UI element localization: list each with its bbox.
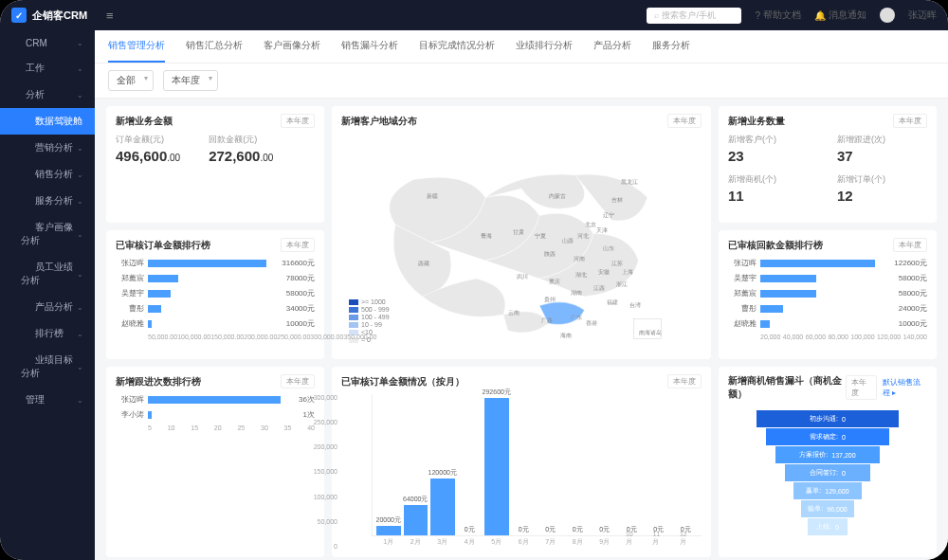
svg-text:四川: 四川 xyxy=(517,274,528,280)
chevron-icon: ⌄ xyxy=(77,330,83,338)
card-order-rank: 已审核订单金额排行榜 本年度 张迈晖316600元郑薰宸78000元吴楚宇580… xyxy=(106,230,324,359)
card-funnel: 新增商机销售漏斗（商机金额） 本年度 默认销售流程 ▸ 初步沟通:0需求确定:0… xyxy=(719,367,937,557)
svg-text:台湾: 台湾 xyxy=(629,301,641,308)
card-follow-rank: 新增跟进次数排行榜 本年度 张迈晖36次李小涛1次510152025303540 xyxy=(106,367,324,557)
headset-icon xyxy=(21,194,30,204)
sidebar-item[interactable]: 分析⌄ xyxy=(0,81,95,108)
help-link[interactable]: ?帮助文档 xyxy=(755,9,801,22)
filter-icon xyxy=(21,168,30,177)
card-payment-rank: 已审核回款金额排行榜 本年度 张迈晖122600元吴楚宇58000元郑薰宸580… xyxy=(719,230,937,359)
briefcase-icon xyxy=(11,62,21,71)
chevron-icon: ⌄ xyxy=(77,303,83,312)
sidebar-item[interactable]: 排行榜⌄ xyxy=(0,320,95,347)
avatar[interactable] xyxy=(880,8,895,23)
sidebar-item[interactable]: CRM⌄ xyxy=(0,30,95,55)
chevron-icon: ⌄ xyxy=(77,230,83,239)
sidebar-item[interactable]: 员工业绩分析⌄ xyxy=(0,254,95,294)
chevron-icon: ⌄ xyxy=(77,270,83,279)
monitor-icon xyxy=(11,393,21,403)
chevron-icon: ⌄ xyxy=(77,171,83,179)
topbar: ✓ 企销客CRM ≡ ⌕ 搜索客户/手机 ?帮助文档 🔔消息通知 张迈晖 xyxy=(0,0,948,30)
tab[interactable]: 业绩排行分析 xyxy=(516,30,573,63)
svg-text:海南: 海南 xyxy=(560,333,572,338)
tab[interactable]: 销售汇总分析 xyxy=(186,30,243,63)
help-icon: ? xyxy=(755,10,760,21)
sidebar-item[interactable]: 业绩目标分析⌄ xyxy=(0,347,95,387)
rank-icon xyxy=(21,327,30,336)
bar-icon xyxy=(21,261,30,270)
hamburger-icon[interactable]: ≡ xyxy=(106,9,114,23)
svg-text:香港: 香港 xyxy=(586,320,597,326)
tab[interactable]: 客户画像分析 xyxy=(264,30,320,63)
chevron-icon: ⌄ xyxy=(77,64,83,73)
chevron-icon: ⌄ xyxy=(77,91,83,99)
sidebar-item[interactable]: 工作⌄ xyxy=(0,55,95,81)
funnel-stage: 初步沟通:0 xyxy=(757,410,899,427)
chevron-icon: ⌄ xyxy=(77,144,83,153)
tab[interactable]: 销售管理分析 xyxy=(108,30,165,63)
card-region: 新增客户地域分布 本年度 xyxy=(332,106,711,359)
sidebar-item[interactable]: 产品分析⌄ xyxy=(0,294,95,320)
target-icon xyxy=(21,141,30,151)
svg-rect-34 xyxy=(634,319,662,339)
search-input[interactable]: ⌕ 搜索客户/手机 xyxy=(647,8,741,24)
grid-icon xyxy=(11,37,21,46)
card-monthly: 已审核订单金额情况（按月） 本年度 300,000250,000200,0001… xyxy=(332,367,711,557)
sidebar-item[interactable]: 营销分析⌄ xyxy=(0,135,95,161)
dept-select[interactable]: 全部 xyxy=(108,70,154,91)
tab[interactable]: 服务分析 xyxy=(652,30,690,63)
card-amount: 新增业务金额 本年度 订单金额(元) 496,600.00 回款金额(元) 27… xyxy=(106,106,324,223)
chevron-icon: ⌄ xyxy=(77,197,83,206)
gauge-icon xyxy=(11,88,21,98)
tab[interactable]: 目标完成情况分析 xyxy=(419,30,495,63)
period-button[interactable]: 本年度 xyxy=(281,114,315,128)
svg-text:福建: 福建 xyxy=(607,299,618,305)
sidebar-item[interactable]: 销售分析⌄ xyxy=(0,161,95,188)
svg-text:南海诸岛: 南海诸岛 xyxy=(639,330,662,335)
funnel-stage: 赢单:129,600 xyxy=(793,482,862,499)
sidebar-item[interactable]: 管理⌄ xyxy=(0,387,95,413)
sidebar-item[interactable]: 客户画像分析⌄ xyxy=(0,214,95,254)
search-icon: ⌕ xyxy=(654,10,659,20)
dot-icon xyxy=(21,115,30,124)
goal-icon xyxy=(21,353,30,363)
logo-icon: ✓ xyxy=(11,8,27,23)
funnel-stage: 需求确定:0 xyxy=(766,428,889,445)
sidebar-item[interactable]: 数据驾驶舱 xyxy=(0,108,95,135)
svg-text:天津: 天津 xyxy=(596,227,608,233)
filters: 全部 本年度 xyxy=(95,63,948,99)
card-title: 新增业务金额 xyxy=(116,115,173,128)
notify-link[interactable]: 🔔消息通知 xyxy=(814,9,866,22)
china-map: 黑龙江 吉林 辽宁 内蒙古 新疆 西藏 青海 甘肃 宁夏 陕西 山西 河北 xyxy=(341,134,702,352)
sidebar: CRM⌄工作⌄分析⌄数据驾驶舱营销分析⌄销售分析⌄服务分析⌄客户画像分析⌄员工业… xyxy=(0,30,95,560)
tab[interactable]: 销售漏斗分析 xyxy=(341,30,398,63)
box-icon xyxy=(21,300,30,310)
funnel-process-link[interactable]: 默认销售流程 ▸ xyxy=(883,377,927,398)
funnel-stage: 合同签订:0 xyxy=(785,464,870,481)
chevron-icon: ⌄ xyxy=(77,363,83,371)
funnel-stage: 上线:0 xyxy=(808,518,848,535)
funnel-stage: 方案报价:137,200 xyxy=(775,446,880,463)
chevron-icon: ⌄ xyxy=(77,39,83,47)
users-icon xyxy=(21,221,30,230)
funnel-stage: 输单:96,000 xyxy=(801,500,854,517)
svg-text:贵州: 贵州 xyxy=(544,297,556,303)
chevron-icon: ⌄ xyxy=(77,396,83,405)
bell-icon: 🔔 xyxy=(814,10,826,21)
tab[interactable]: 产品分析 xyxy=(593,30,631,63)
tabs: 销售管理分析销售汇总分析客户画像分析销售漏斗分析目标完成情况分析业绩排行分析产品… xyxy=(95,30,948,63)
app-title: 企销客CRM xyxy=(32,9,87,23)
period-select[interactable]: 本年度 xyxy=(163,70,218,91)
card-count: 新增业务数量 本年度 新增客户(个)23新增跟进(次)37新增商机(个)11新增… xyxy=(719,106,937,223)
username[interactable]: 张迈晖 xyxy=(908,9,937,22)
sidebar-item[interactable]: 服务分析⌄ xyxy=(0,188,95,214)
